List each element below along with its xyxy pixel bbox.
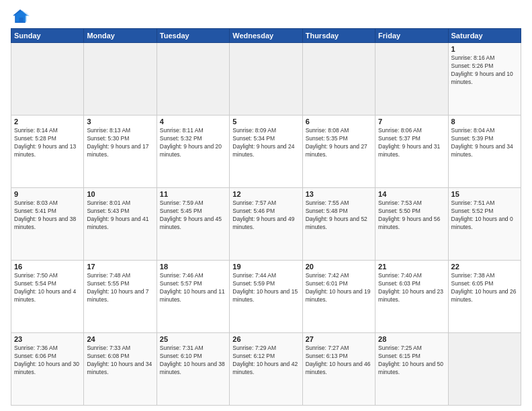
- calendar-cell: 26Sunrise: 7:29 AM Sunset: 6:12 PM Dayli…: [230, 333, 302, 406]
- day-info: Sunrise: 8:13 AM Sunset: 5:30 PM Dayligh…: [87, 127, 153, 159]
- calendar-cell: 7Sunrise: 8:06 AM Sunset: 5:37 PM Daylig…: [375, 116, 448, 188]
- day-number: 27: [306, 335, 372, 343]
- logo: [11, 8, 32, 24]
- day-info: Sunrise: 7:46 AM Sunset: 5:57 PM Dayligh…: [160, 272, 226, 304]
- calendar-cell: [230, 43, 302, 116]
- logo-icon: [11, 8, 30, 24]
- day-info: Sunrise: 7:55 AM Sunset: 5:48 PM Dayligh…: [306, 199, 372, 232]
- day-info: Sunrise: 7:25 AM Sunset: 6:15 PM Dayligh…: [378, 345, 445, 377]
- weekday-header-saturday: Saturday: [448, 29, 521, 43]
- weekday-header-friday: Friday: [375, 29, 448, 43]
- day-info: Sunrise: 8:08 AM Sunset: 5:35 PM Dayligh…: [306, 127, 372, 159]
- day-number: 26: [232, 335, 299, 343]
- calendar-cell: 11Sunrise: 7:59 AM Sunset: 5:45 PM Dayli…: [157, 188, 229, 261]
- calendar-cell: [448, 333, 521, 406]
- day-number: 18: [160, 263, 226, 271]
- day-info: Sunrise: 8:03 AM Sunset: 5:41 PM Dayligh…: [14, 199, 81, 232]
- day-info: Sunrise: 7:57 AM Sunset: 5:46 PM Dayligh…: [232, 199, 299, 232]
- calendar-cell: 15Sunrise: 7:51 AM Sunset: 5:52 PM Dayli…: [448, 188, 521, 261]
- calendar-cell: 25Sunrise: 7:31 AM Sunset: 6:10 PM Dayli…: [157, 333, 229, 406]
- day-number: 12: [232, 190, 299, 198]
- day-number: 15: [451, 190, 518, 198]
- calendar-cell: [375, 43, 448, 116]
- calendar-cell: 16Sunrise: 7:50 AM Sunset: 5:54 PM Dayli…: [11, 261, 84, 333]
- calendar-cell: 13Sunrise: 7:55 AM Sunset: 5:48 PM Dayli…: [302, 188, 375, 261]
- day-number: 17: [87, 263, 153, 271]
- day-info: Sunrise: 7:29 AM Sunset: 6:12 PM Dayligh…: [232, 345, 299, 377]
- day-number: 3: [87, 118, 153, 126]
- day-number: 22: [451, 263, 518, 271]
- day-number: 14: [378, 190, 445, 198]
- day-info: Sunrise: 7:44 AM Sunset: 5:59 PM Dayligh…: [232, 272, 299, 304]
- weekday-header-monday: Monday: [84, 29, 157, 43]
- day-info: Sunrise: 8:11 AM Sunset: 5:32 PM Dayligh…: [160, 127, 226, 159]
- calendar-cell: 1Sunrise: 8:16 AM Sunset: 5:26 PM Daylig…: [448, 43, 521, 116]
- day-number: 6: [306, 118, 372, 126]
- day-info: Sunrise: 8:01 AM Sunset: 5:43 PM Dayligh…: [87, 199, 153, 232]
- day-number: 16: [14, 263, 81, 271]
- weekday-header-tuesday: Tuesday: [157, 29, 229, 43]
- day-number: 21: [378, 263, 445, 271]
- day-info: Sunrise: 7:36 AM Sunset: 6:06 PM Dayligh…: [14, 345, 81, 377]
- day-number: 28: [378, 335, 445, 343]
- calendar-cell: 21Sunrise: 7:40 AM Sunset: 6:03 PM Dayli…: [375, 261, 448, 333]
- week-row-2: 9Sunrise: 8:03 AM Sunset: 5:41 PM Daylig…: [11, 188, 521, 261]
- day-number: 2: [14, 118, 81, 126]
- calendar-cell: 28Sunrise: 7:25 AM Sunset: 6:15 PM Dayli…: [375, 333, 448, 406]
- calendar-cell: 14Sunrise: 7:53 AM Sunset: 5:50 PM Dayli…: [375, 188, 448, 261]
- day-info: Sunrise: 7:50 AM Sunset: 5:54 PM Dayligh…: [14, 272, 81, 304]
- day-info: Sunrise: 8:16 AM Sunset: 5:26 PM Dayligh…: [451, 54, 518, 87]
- calendar: SundayMondayTuesdayWednesdayThursdayFrid…: [11, 28, 521, 406]
- calendar-cell: 12Sunrise: 7:57 AM Sunset: 5:46 PM Dayli…: [230, 188, 302, 261]
- page: SundayMondayTuesdayWednesdayThursdayFrid…: [0, 0, 532, 411]
- day-number: 23: [14, 335, 81, 343]
- calendar-cell: [11, 43, 84, 116]
- calendar-cell: 19Sunrise: 7:44 AM Sunset: 5:59 PM Dayli…: [230, 261, 302, 333]
- week-row-3: 16Sunrise: 7:50 AM Sunset: 5:54 PM Dayli…: [11, 261, 521, 333]
- calendar-cell: 27Sunrise: 7:27 AM Sunset: 6:13 PM Dayli…: [302, 333, 375, 406]
- calendar-cell: [84, 43, 157, 116]
- day-info: Sunrise: 7:53 AM Sunset: 5:50 PM Dayligh…: [378, 199, 445, 232]
- calendar-cell: 4Sunrise: 8:11 AM Sunset: 5:32 PM Daylig…: [157, 116, 229, 188]
- day-info: Sunrise: 7:31 AM Sunset: 6:10 PM Dayligh…: [160, 345, 226, 377]
- calendar-cell: [157, 43, 229, 116]
- day-number: 4: [160, 118, 226, 126]
- week-row-1: 2Sunrise: 8:14 AM Sunset: 5:28 PM Daylig…: [11, 116, 521, 188]
- day-info: Sunrise: 7:27 AM Sunset: 6:13 PM Dayligh…: [306, 345, 372, 377]
- calendar-cell: 18Sunrise: 7:46 AM Sunset: 5:57 PM Dayli…: [157, 261, 229, 333]
- day-info: Sunrise: 7:33 AM Sunset: 6:08 PM Dayligh…: [87, 345, 153, 377]
- day-number: 11: [160, 190, 226, 198]
- calendar-cell: 9Sunrise: 8:03 AM Sunset: 5:41 PM Daylig…: [11, 188, 84, 261]
- calendar-cell: 17Sunrise: 7:48 AM Sunset: 5:55 PM Dayli…: [84, 261, 157, 333]
- day-number: 13: [306, 190, 372, 198]
- weekday-header-thursday: Thursday: [302, 29, 375, 43]
- weekday-header-sunday: Sunday: [11, 29, 84, 43]
- day-number: 20: [306, 263, 372, 271]
- day-info: Sunrise: 7:51 AM Sunset: 5:52 PM Dayligh…: [451, 199, 518, 232]
- day-number: 8: [451, 118, 518, 126]
- calendar-cell: 2Sunrise: 8:14 AM Sunset: 5:28 PM Daylig…: [11, 116, 84, 188]
- day-number: 10: [87, 190, 153, 198]
- day-info: Sunrise: 8:09 AM Sunset: 5:34 PM Dayligh…: [232, 127, 299, 159]
- day-number: 5: [232, 118, 299, 126]
- calendar-cell: 5Sunrise: 8:09 AM Sunset: 5:34 PM Daylig…: [230, 116, 302, 188]
- calendar-cell: 6Sunrise: 8:08 AM Sunset: 5:35 PM Daylig…: [302, 116, 375, 188]
- calendar-cell: 10Sunrise: 8:01 AM Sunset: 5:43 PM Dayli…: [84, 188, 157, 261]
- week-row-4: 23Sunrise: 7:36 AM Sunset: 6:06 PM Dayli…: [11, 333, 521, 406]
- day-number: 24: [87, 335, 153, 343]
- day-info: Sunrise: 8:04 AM Sunset: 5:39 PM Dayligh…: [451, 127, 518, 159]
- day-number: 1: [451, 45, 518, 53]
- day-info: Sunrise: 7:42 AM Sunset: 6:01 PM Dayligh…: [306, 272, 372, 304]
- calendar-cell: 22Sunrise: 7:38 AM Sunset: 6:05 PM Dayli…: [448, 261, 521, 333]
- calendar-cell: [302, 43, 375, 116]
- day-number: 25: [160, 335, 226, 343]
- day-info: Sunrise: 7:40 AM Sunset: 6:03 PM Dayligh…: [378, 272, 445, 304]
- weekday-header-wednesday: Wednesday: [230, 29, 302, 43]
- header: [11, 8, 521, 24]
- calendar-cell: 3Sunrise: 8:13 AM Sunset: 5:30 PM Daylig…: [84, 116, 157, 188]
- day-info: Sunrise: 8:06 AM Sunset: 5:37 PM Dayligh…: [378, 127, 445, 159]
- week-row-0: 1Sunrise: 8:16 AM Sunset: 5:26 PM Daylig…: [11, 43, 521, 116]
- weekday-header-row: SundayMondayTuesdayWednesdayThursdayFrid…: [11, 29, 521, 43]
- calendar-cell: 23Sunrise: 7:36 AM Sunset: 6:06 PM Dayli…: [11, 333, 84, 406]
- day-info: Sunrise: 7:38 AM Sunset: 6:05 PM Dayligh…: [451, 272, 518, 304]
